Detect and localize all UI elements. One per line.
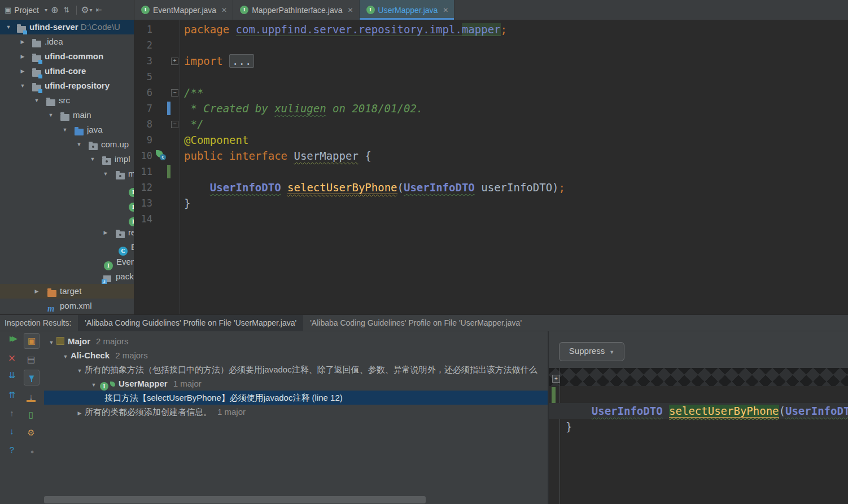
tree-toggle-icon[interactable]: ▼ bbox=[75, 137, 83, 152]
line-number: 11 bbox=[134, 164, 152, 179]
code-token: ; bbox=[559, 181, 565, 194]
code-token: { bbox=[359, 150, 371, 162]
project-tree-item-java[interactable]: ▼java bbox=[0, 122, 134, 137]
tab-EventMapper.java[interactable]: IEventMapper.java✕ bbox=[134, 0, 233, 20]
tree-item-label: m bbox=[128, 166, 134, 181]
inspection-profile-tab-2[interactable]: 'Alibaba Coding Guidelines' Profile on F… bbox=[303, 315, 528, 331]
inspection-row-label: 接口方法【selectUserByPhone】必须使用javadoc注释 (li… bbox=[104, 393, 343, 402]
tree-toggle-icon[interactable]: ▶ bbox=[102, 225, 110, 240]
close-icon[interactable]: ✕ bbox=[221, 6, 227, 14]
editor-gutter bbox=[152, 21, 184, 37]
chevron-down-icon[interactable]: ▾ bbox=[45, 7, 47, 13]
inspection-row-2[interactable]: ▼所有的抽象方法（包括接口中的方法）必须要用javadoc注释、除了返回值、参数… bbox=[44, 362, 548, 376]
close-icon[interactable]: × bbox=[5, 351, 19, 366]
tree-toggle-icon[interactable]: ▶ bbox=[19, 49, 27, 64]
suppress-button[interactable]: Suppress▼ bbox=[559, 342, 624, 361]
inspection-profile-tab-1[interactable]: 'Alibaba Coding Guidelines' Profile on F… bbox=[78, 315, 303, 331]
project-tree-item-pack[interactable]: pack bbox=[0, 269, 134, 284]
tree-toggle-icon[interactable]: ▶ bbox=[33, 284, 41, 299]
project-tree-item[interactable]: I bbox=[0, 181, 134, 196]
project-tree-item-re[interactable]: ▶re bbox=[0, 225, 134, 240]
project-tree-item[interactable]: I bbox=[0, 196, 134, 211]
tree-toggle-icon[interactable]: ▼ bbox=[47, 108, 55, 122]
tree-item-label: ufind-common bbox=[45, 49, 103, 64]
collapsed-region-zigzag bbox=[549, 368, 848, 386]
next-problem-icon[interactable]: ↓ bbox=[5, 424, 19, 439]
tree-toggle-icon[interactable]: ▶ bbox=[19, 64, 27, 78]
inspection-row-5[interactable]: ▶所有的类都必须添加创建者信息。1 major bbox=[44, 405, 548, 419]
project-tree-item-impl[interactable]: ▼impl bbox=[0, 152, 134, 166]
project-tree-item[interactable]: I bbox=[0, 211, 134, 225]
spring-bean-icon[interactable]: c bbox=[156, 150, 166, 160]
editor-gutter bbox=[152, 211, 184, 227]
previous-problem-icon[interactable]: ↑ bbox=[5, 406, 19, 420]
project-tree-item-m[interactable]: ▼m bbox=[0, 166, 134, 181]
code-token: import bbox=[184, 55, 229, 67]
close-icon[interactable]: ✕ bbox=[347, 6, 353, 14]
interface-file-icon: I bbox=[100, 382, 108, 391]
fold-marker-icon[interactable]: + bbox=[171, 58, 178, 65]
close-icon[interactable]: ✕ bbox=[443, 6, 448, 14]
project-tree-item-src[interactable]: ▼src bbox=[0, 93, 134, 108]
rerun-inspection-icon[interactable]: ▶▶ bbox=[5, 331, 19, 346]
project-tree-item-main[interactable]: ▼main bbox=[0, 108, 134, 122]
tree-toggle-icon[interactable]: ▼ bbox=[33, 93, 41, 108]
editor-gutter: − bbox=[152, 85, 184, 100]
inspection-row-0[interactable]: ▼Major2 majors bbox=[44, 334, 548, 348]
interface-file-icon: I bbox=[240, 6, 248, 14]
tree-toggle-icon[interactable]: ▼ bbox=[89, 152, 97, 166]
locate-file-icon[interactable]: ⊕ bbox=[51, 5, 58, 15]
folder-icon bbox=[60, 114, 69, 121]
group-by-severity-icon[interactable]: ▣ bbox=[24, 333, 40, 349]
hide-panel-icon[interactable]: ⇤ bbox=[96, 6, 102, 14]
tree-toggle-icon[interactable]: ▶ bbox=[19, 34, 27, 49]
project-tree-item-pom.xml[interactable]: mpom.xml bbox=[0, 299, 134, 313]
edit-settings-icon[interactable]: ▯ bbox=[24, 407, 38, 422]
settings-gear-icon[interactable]: ⚙ bbox=[81, 5, 89, 15]
project-tree-item-E[interactable]: CE bbox=[0, 240, 134, 255]
fold-marker-icon[interactable]: − bbox=[171, 89, 178, 97]
collapse-all-icon[interactable]: ⇈ bbox=[5, 388, 19, 402]
project-tree-item-Even[interactable]: IEven bbox=[0, 255, 134, 269]
tree-item-label: ufind-server D:\Code\U bbox=[29, 20, 120, 34]
project-tree-item-ufind-core[interactable]: ▶ufind-core bbox=[0, 64, 134, 78]
filter-icon[interactable]: ▼ bbox=[24, 370, 40, 385]
project-tree-item-com.up[interactable]: ▼com.up bbox=[0, 137, 134, 152]
project-tree-item-ufind-server[interactable]: ▼ufind-server D:\Code\U bbox=[0, 20, 134, 34]
project-tree-item-.idea[interactable]: ▶.idea bbox=[0, 34, 134, 49]
code-text bbox=[184, 211, 848, 227]
export-icon[interactable]: ↓ bbox=[24, 389, 38, 404]
lightbulb-icon[interactable]: ● bbox=[25, 444, 40, 459]
project-tree-item-target[interactable]: ▶target bbox=[0, 284, 134, 299]
inspection-row-4[interactable]: 接口方法【selectUserByPhone】必须使用javadoc注释 (li… bbox=[44, 391, 548, 405]
tree-toggle-icon[interactable]: ▼ bbox=[5, 20, 12, 34]
project-panel-title[interactable]: Project bbox=[14, 6, 39, 15]
inspection-row-1[interactable]: ▼Ali-Check2 majors bbox=[44, 348, 548, 362]
code-editor[interactable]: 1package com.uppfind.server.repository.i… bbox=[134, 20, 848, 314]
code-token bbox=[566, 405, 592, 417]
code-token: UserInfoDTO bbox=[785, 405, 848, 417]
help-icon[interactable]: ? bbox=[5, 442, 19, 457]
tab-MapperPathInterface.java[interactable]: IMapperPathInterface.java✕ bbox=[233, 0, 359, 20]
fold-expand-icon[interactable]: + bbox=[552, 375, 560, 383]
preview-code: UserInfoDTO selectUserByPhone(UserInfoDT… bbox=[549, 403, 848, 435]
collapse-all-icon[interactable]: ⇅ bbox=[63, 6, 69, 14]
tree-toggle-icon[interactable]: ▼ bbox=[102, 166, 110, 181]
code-token: ( bbox=[397, 181, 404, 194]
gear-chevron-icon[interactable]: ▾ bbox=[90, 7, 93, 13]
project-tree-item-ufind-common[interactable]: ▶ufind-common bbox=[0, 49, 134, 64]
fold-marker-icon[interactable]: − bbox=[171, 121, 178, 128]
horizontal-scrollbar-thumb[interactable] bbox=[44, 496, 426, 503]
editor-gutter bbox=[152, 195, 184, 211]
expand-all-icon[interactable]: ⇊ bbox=[5, 368, 19, 383]
inspection-settings-icon[interactable]: ⚙ bbox=[24, 426, 38, 440]
project-tree-item-ufind-repository[interactable]: ▼ufind-repository bbox=[0, 78, 134, 93]
code-text: public interface UserMapper { bbox=[184, 148, 848, 164]
tree-toggle-icon[interactable]: ▼ bbox=[61, 122, 69, 137]
tree-item-label: impl bbox=[115, 152, 130, 166]
tree-toggle-icon[interactable]: ▶ bbox=[75, 406, 85, 420]
group-by-directory-icon[interactable]: ▤ bbox=[24, 352, 38, 367]
inspection-row-3[interactable]: ▼IUserMapper1 major bbox=[44, 376, 548, 391]
tree-toggle-icon[interactable]: ▼ bbox=[19, 78, 27, 93]
tab-UserMapper.java[interactable]: IUserMapper.java✕ bbox=[360, 0, 455, 20]
